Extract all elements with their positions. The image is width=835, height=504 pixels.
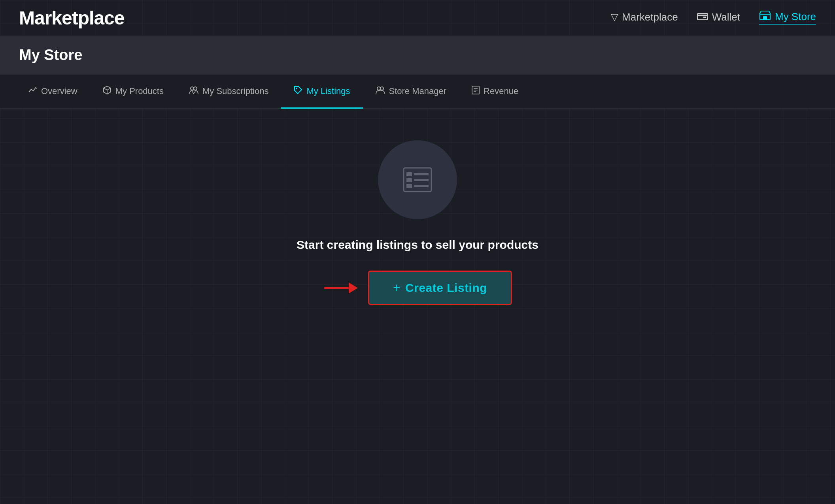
empty-state-text: Start creating listings to sell your pro… (297, 238, 538, 252)
nav-mystore[interactable]: My Store (759, 10, 816, 25)
tab-mylistings-label: My Listings (306, 86, 350, 96)
nav-marketplace[interactable]: ▽ Marketplace (611, 11, 678, 25)
marketplace-icon: ▽ (611, 11, 618, 23)
main-content: Start creating listings to sell your pro… (0, 109, 835, 352)
svg-line-6 (107, 88, 111, 90)
tab-myproducts[interactable]: My Products (90, 75, 176, 109)
empty-state-icon-circle (378, 140, 457, 219)
svg-rect-21 (406, 172, 412, 176)
navbar: Marketplace ▽ Marketplace Wallet (0, 0, 835, 36)
tab-myproducts-label: My Products (115, 86, 164, 96)
mysubscriptions-icon (189, 86, 198, 96)
svg-rect-4 (763, 16, 767, 20)
svg-rect-26 (414, 185, 429, 187)
page-header: My Store (0, 36, 835, 75)
wallet-icon (697, 11, 708, 23)
svg-rect-22 (414, 173, 429, 175)
sub-nav: Overview My Products My Subscriptions (0, 75, 835, 109)
svg-rect-23 (406, 178, 412, 182)
svg-rect-1 (697, 15, 708, 16)
svg-rect-0 (697, 13, 708, 20)
tab-overview-label: Overview (41, 86, 77, 96)
tab-revenue-label: Revenue (484, 86, 518, 96)
nav-links: ▽ Marketplace Wallet My Store (611, 10, 816, 25)
svg-line-5 (104, 88, 107, 90)
svg-rect-2 (703, 17, 706, 18)
overview-icon (28, 86, 37, 96)
svg-rect-24 (414, 179, 429, 181)
tab-mylistings[interactable]: My Listings (281, 75, 363, 109)
tab-revenue[interactable]: Revenue (459, 75, 531, 109)
tab-storemanager-label: Store Manager (389, 86, 447, 96)
svg-marker-28 (349, 282, 358, 293)
svg-point-8 (191, 87, 194, 90)
nav-wallet-label: Wallet (712, 11, 740, 23)
mylistings-icon (294, 86, 302, 96)
red-arrow-icon (323, 279, 359, 297)
svg-point-9 (194, 87, 197, 90)
mystore-icon (759, 10, 771, 23)
nav-marketplace-label: Marketplace (622, 11, 678, 23)
action-row: + Create Listing (323, 271, 512, 305)
svg-point-11 (377, 87, 380, 90)
create-listing-button[interactable]: + Create Listing (368, 271, 512, 305)
tab-mysubscriptions[interactable]: My Subscriptions (176, 75, 281, 109)
storemanager-icon (376, 86, 385, 96)
revenue-icon (472, 86, 480, 96)
create-listing-label: Create Listing (405, 281, 487, 295)
page-title: My Store (19, 47, 816, 64)
svg-point-12 (380, 87, 383, 90)
brand-title: Marketplace (19, 7, 124, 29)
arrow-indicator (323, 279, 359, 297)
plus-icon: + (393, 280, 400, 295)
svg-rect-25 (406, 184, 412, 188)
myproducts-icon (103, 86, 111, 96)
listings-list-icon (402, 164, 433, 196)
svg-point-10 (296, 88, 297, 89)
tab-overview[interactable]: Overview (16, 75, 90, 109)
tab-storemanager[interactable]: Store Manager (363, 75, 459, 109)
nav-mystore-label: My Store (775, 11, 816, 23)
tab-mysubscriptions-label: My Subscriptions (202, 86, 269, 96)
nav-wallet[interactable]: Wallet (697, 11, 740, 25)
